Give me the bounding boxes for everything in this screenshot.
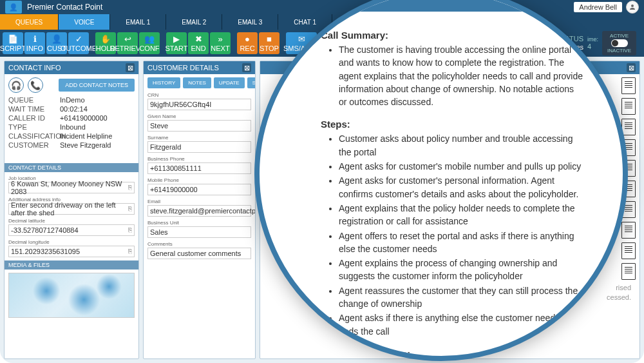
field-label: CRN <box>147 92 251 98</box>
contact-info-panel: CONTACT INFO ⊠ 🎧 📞 ADD CONTACT NOTES QUE… <box>4 61 139 359</box>
field-label: Email <box>147 199 251 204</box>
document-icon[interactable] <box>621 98 636 115</box>
contact-details-header: CONTACT DETAILS <box>5 163 138 172</box>
field: Business Phone+611300851111 <box>147 156 251 174</box>
copy-icon[interactable]: ⎘ <box>128 248 132 255</box>
document-icon[interactable] <box>621 201 636 218</box>
panel-title <box>264 64 266 72</box>
document-list <box>260 74 639 358</box>
tab-queues[interactable]: QUEUES <box>0 14 59 30</box>
field: Business UnitSales <box>147 220 251 238</box>
field-input[interactable]: Steve <box>147 120 251 132</box>
outcome-icon: ✓ <box>75 34 82 44</box>
field-value: +61419000000 <box>150 186 198 193</box>
document-icon[interactable] <box>621 77 636 94</box>
copy-icon[interactable]: ⎘ <box>128 205 132 212</box>
info-label: WAIT TIME <box>8 105 57 113</box>
notes-button[interactable]: NOTES <box>183 77 211 88</box>
info-value: Incident Helpline <box>60 132 135 140</box>
button-label: OUTCOME <box>61 44 97 52</box>
rec-button[interactable]: ●REC <box>237 32 258 54</box>
field-input[interactable]: Enter second driveway on the left after … <box>8 203 135 215</box>
copy-icon[interactable]: ⎘ <box>128 226 132 233</box>
close-icon[interactable]: ⊠ <box>242 63 251 72</box>
main-area: CONTACT INFO ⊠ 🎧 📞 ADD CONTACT NOTES QUE… <box>0 57 644 363</box>
field-input[interactable]: Sales <box>147 226 251 238</box>
field-value: Steve <box>150 122 168 130</box>
panel-body: HISTORYNOTESUPDATESE CRN9kjgfhUR56CGftq4… <box>144 74 255 358</box>
script-button[interactable]: 📄SCRIPT <box>3 32 23 54</box>
close-icon[interactable]: ⊠ <box>126 63 135 72</box>
tab-bar: QUEUES VOICE EMAIL 1 EMAIL 2 EMAIL 3 CHA… <box>0 14 644 30</box>
field-label: Surname <box>147 135 251 141</box>
history-button[interactable]: HISTORY <box>147 77 180 88</box>
field-value: Enter second driveway on the left after … <box>11 201 128 217</box>
copy-icon[interactable]: ⎘ <box>128 184 132 191</box>
app-title: Premier Contact Point <box>27 3 574 12</box>
outcome-button[interactable]: ✓OUTCOME <box>68 32 89 54</box>
tab-chat1[interactable]: CHAT 1 <box>278 14 332 30</box>
field-label: Comments <box>147 241 251 247</box>
document-icon[interactable] <box>621 119 636 135</box>
button-label: CONF <box>139 44 159 52</box>
field-value: 9kjgfhUR56CGftq4I <box>150 101 211 108</box>
brand-icon: 👤 <box>5 1 22 14</box>
field-label: Business Unit <box>147 220 251 226</box>
close-icon[interactable]: ⊠ <box>627 63 636 72</box>
sms-icon: ✉ <box>298 34 305 44</box>
field-input[interactable]: 6 Kowan St, Mooney Mooney NSW 2083⎘ <box>8 182 135 193</box>
customer-fields: CRN9kjgfhUR56CGftq4IGiven NameSteveSurna… <box>147 92 251 259</box>
start-icon: ▶ <box>173 34 180 44</box>
update-button[interactable]: UPDATE <box>214 77 245 88</box>
field-label: Decimal latitude <box>8 218 135 224</box>
info-value: 00:02:14 <box>60 105 135 113</box>
field-input[interactable]: General customer comments <box>147 248 251 259</box>
field-input[interactable]: Fitzgerald <box>147 141 251 153</box>
panel-body: 🎧 📞 ADD CONTACT NOTES QUEUEInDemoWAIT TI… <box>5 74 138 163</box>
user-avatar-icon[interactable] <box>626 1 639 14</box>
tab-email3[interactable]: EMAIL 3 <box>222 14 278 30</box>
retrieve-button[interactable]: ↩RETRIEVE <box>117 32 138 54</box>
field-input[interactable]: +61419000000 <box>147 184 251 195</box>
field-input[interactable]: +611300851111 <box>147 162 251 174</box>
field-value: steve.fitzgerald@premiercontactpo <box>150 207 255 215</box>
field-input[interactable]: 9kjgfhUR56CGftq4I <box>147 99 251 110</box>
toggle-switch[interactable] <box>611 39 628 47</box>
info-value: +61419000000 <box>60 114 135 122</box>
field-label: Given Name <box>147 113 251 119</box>
stop-button[interactable]: ■STOP <box>259 32 279 54</box>
document-icon[interactable] <box>621 263 636 280</box>
add-contact-notes-button[interactable]: ADD CONTACT NOTES <box>59 79 135 92</box>
info-button[interactable]: ℹINFO <box>24 32 45 54</box>
end-button[interactable]: ✖END <box>188 32 209 54</box>
button-label: STOP <box>260 44 279 52</box>
status-label: AGENT STATUS <box>531 35 584 43</box>
field-input[interactable]: -33.52780712740884⎘ <box>8 224 135 236</box>
tab-email2[interactable]: EMAIL 2 <box>166 14 222 30</box>
conf-button[interactable]: 👥CONF <box>139 32 160 54</box>
next-button[interactable]: »NEXT <box>210 32 231 54</box>
start-button[interactable]: ▶START <box>166 32 187 54</box>
hold-icon: ✋ <box>100 34 111 44</box>
field-input[interactable]: steve.fitzgerald@premiercontactpo <box>147 205 251 217</box>
document-icon[interactable] <box>621 181 636 197</box>
contact-icons: 🎧 📞 ADD CONTACT NOTES <box>8 77 135 93</box>
document-icon[interactable] <box>621 139 636 156</box>
active-toggle[interactable]: ACTIVE INACTIVE <box>602 31 636 55</box>
field-value: General customer comments <box>150 250 241 257</box>
sms-button[interactable]: ✉SMS/APPS <box>286 32 317 54</box>
headset-icon: 🎧 <box>8 77 24 93</box>
document-icon[interactable] <box>621 242 636 259</box>
button-label: NEXT <box>211 44 229 52</box>
media-body <box>5 270 138 358</box>
media-files-header: MEDIA & FILES <box>5 260 138 270</box>
user-name[interactable]: Andrew Bell <box>574 2 622 12</box>
field-input[interactable]: 151.20293235631095⎘ <box>8 246 135 257</box>
tab-email1[interactable]: EMAIL 1 <box>110 14 166 30</box>
se-button[interactable]: SE <box>247 77 255 88</box>
tab-voice[interactable]: VOICE <box>59 14 110 30</box>
map-thumbnail[interactable] <box>8 273 135 318</box>
document-icon[interactable] <box>621 222 636 239</box>
button-label: END <box>191 44 205 52</box>
document-icon[interactable] <box>621 160 636 177</box>
